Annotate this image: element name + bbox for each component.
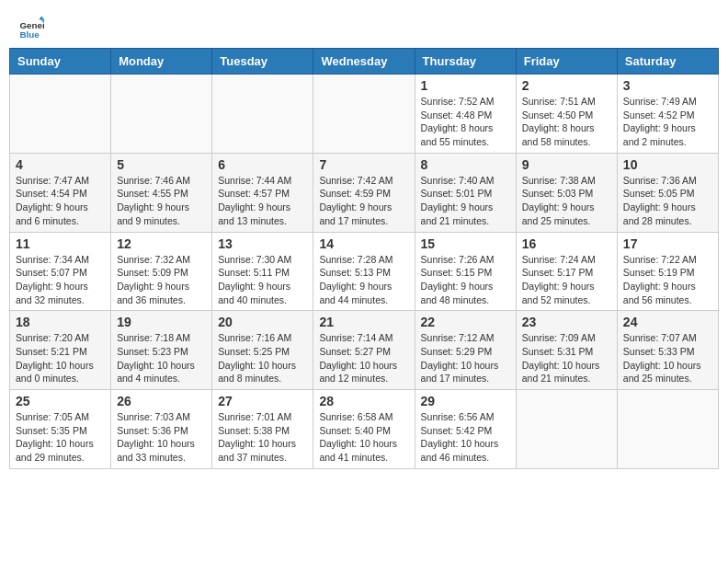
calendar-cell: 20Sunrise: 7:16 AM Sunset: 5:25 PM Dayli… <box>212 311 313 390</box>
calendar-cell <box>111 75 212 154</box>
calendar-cell: 5Sunrise: 7:46 AM Sunset: 4:55 PM Daylig… <box>111 153 212 232</box>
cell-info: Sunrise: 7:12 AM Sunset: 5:29 PM Dayligh… <box>421 331 510 385</box>
date-number: 29 <box>421 394 510 408</box>
date-number: 1 <box>421 78 510 93</box>
calendar-cell: 13Sunrise: 7:30 AM Sunset: 5:11 PM Dayli… <box>212 232 313 311</box>
date-number: 16 <box>522 236 611 251</box>
date-number: 17 <box>623 236 712 251</box>
weekday-header-monday: Monday <box>111 49 212 75</box>
calendar-cell: 17Sunrise: 7:22 AM Sunset: 5:19 PM Dayli… <box>617 232 718 311</box>
cell-info: Sunrise: 7:40 AM Sunset: 5:01 PM Dayligh… <box>421 174 510 228</box>
calendar-cell: 11Sunrise: 7:34 AM Sunset: 5:07 PM Dayli… <box>10 232 111 311</box>
calendar-cell: 4Sunrise: 7:47 AM Sunset: 4:54 PM Daylig… <box>10 153 111 232</box>
calendar-cell: 22Sunrise: 7:12 AM Sunset: 5:29 PM Dayli… <box>415 311 516 390</box>
calendar-cell: 12Sunrise: 7:32 AM Sunset: 5:09 PM Dayli… <box>111 232 212 311</box>
date-number: 20 <box>218 315 307 329</box>
weekday-header-row: SundayMondayTuesdayWednesdayThursdayFrid… <box>10 49 719 75</box>
cell-info: Sunrise: 7:18 AM Sunset: 5:23 PM Dayligh… <box>117 331 206 385</box>
calendar-cell: 7Sunrise: 7:42 AM Sunset: 4:59 PM Daylig… <box>313 153 415 232</box>
calendar-cell <box>212 75 313 154</box>
date-number: 5 <box>117 157 206 172</box>
calendar-week-row: 4Sunrise: 7:47 AM Sunset: 4:54 PM Daylig… <box>10 153 719 232</box>
cell-info: Sunrise: 7:32 AM Sunset: 5:09 PM Dayligh… <box>117 253 206 307</box>
calendar-header: SundayMondayTuesdayWednesdayThursdayFrid… <box>10 49 719 75</box>
date-number: 19 <box>117 315 206 329</box>
date-number: 27 <box>218 394 307 408</box>
cell-info: Sunrise: 7:03 AM Sunset: 5:36 PM Dayligh… <box>117 410 206 465</box>
header: General Blue <box>0 0 728 48</box>
calendar-cell: 2Sunrise: 7:51 AM Sunset: 4:50 PM Daylig… <box>516 75 617 154</box>
cell-info: Sunrise: 7:07 AM Sunset: 5:33 PM Dayligh… <box>623 331 712 385</box>
calendar-cell: 21Sunrise: 7:14 AM Sunset: 5:27 PM Dayli… <box>313 311 415 390</box>
cell-info: Sunrise: 7:51 AM Sunset: 4:50 PM Dayligh… <box>522 95 611 149</box>
calendar-week-row: 1Sunrise: 7:52 AM Sunset: 4:48 PM Daylig… <box>10 75 719 154</box>
calendar-cell: 27Sunrise: 7:01 AM Sunset: 5:38 PM Dayli… <box>212 390 313 469</box>
cell-info: Sunrise: 7:34 AM Sunset: 5:07 PM Dayligh… <box>16 253 105 307</box>
cell-info: Sunrise: 7:05 AM Sunset: 5:35 PM Dayligh… <box>16 410 105 465</box>
cell-info: Sunrise: 7:01 AM Sunset: 5:38 PM Dayligh… <box>218 410 307 465</box>
calendar-cell: 28Sunrise: 6:58 AM Sunset: 5:40 PM Dayli… <box>313 390 415 469</box>
weekday-header-friday: Friday <box>516 49 617 75</box>
logo-icon: General Blue <box>18 15 44 40</box>
cell-info: Sunrise: 7:52 AM Sunset: 4:48 PM Dayligh… <box>421 95 510 149</box>
date-number: 15 <box>421 236 510 251</box>
calendar-cell: 14Sunrise: 7:28 AM Sunset: 5:13 PM Dayli… <box>313 232 415 311</box>
cell-info: Sunrise: 7:22 AM Sunset: 5:19 PM Dayligh… <box>623 253 712 307</box>
weekday-header-thursday: Thursday <box>415 49 516 75</box>
calendar-cell: 26Sunrise: 7:03 AM Sunset: 5:36 PM Dayli… <box>111 390 212 469</box>
calendar-cell: 15Sunrise: 7:26 AM Sunset: 5:15 PM Dayli… <box>415 232 516 311</box>
date-number: 14 <box>319 236 408 251</box>
cell-info: Sunrise: 7:14 AM Sunset: 5:27 PM Dayligh… <box>319 331 408 385</box>
date-number: 9 <box>522 157 611 172</box>
date-number: 3 <box>623 78 712 93</box>
calendar-cell: 25Sunrise: 7:05 AM Sunset: 5:35 PM Dayli… <box>10 390 111 469</box>
cell-info: Sunrise: 7:24 AM Sunset: 5:17 PM Dayligh… <box>522 253 611 307</box>
date-number: 13 <box>218 236 307 251</box>
date-number: 23 <box>522 315 611 329</box>
date-number: 21 <box>319 315 408 329</box>
date-number: 24 <box>623 315 712 329</box>
cell-info: Sunrise: 7:47 AM Sunset: 4:54 PM Dayligh… <box>16 174 105 228</box>
weekday-header-sunday: Sunday <box>10 49 111 75</box>
calendar-cell: 9Sunrise: 7:38 AM Sunset: 5:03 PM Daylig… <box>516 153 617 232</box>
calendar-cell: 16Sunrise: 7:24 AM Sunset: 5:17 PM Dayli… <box>516 232 617 311</box>
calendar-cell: 8Sunrise: 7:40 AM Sunset: 5:01 PM Daylig… <box>415 153 516 232</box>
cell-info: Sunrise: 7:42 AM Sunset: 4:59 PM Dayligh… <box>319 174 408 228</box>
cell-info: Sunrise: 7:36 AM Sunset: 5:05 PM Dayligh… <box>623 174 712 228</box>
calendar-week-row: 11Sunrise: 7:34 AM Sunset: 5:07 PM Dayli… <box>10 232 719 311</box>
date-number: 7 <box>319 157 408 172</box>
calendar-table: SundayMondayTuesdayWednesdayThursdayFrid… <box>9 48 719 469</box>
calendar-cell <box>516 390 617 469</box>
calendar-cell: 18Sunrise: 7:20 AM Sunset: 5:21 PM Dayli… <box>10 311 111 390</box>
calendar-cell: 23Sunrise: 7:09 AM Sunset: 5:31 PM Dayli… <box>516 311 617 390</box>
calendar-cell <box>10 75 111 154</box>
weekday-header-wednesday: Wednesday <box>313 49 415 75</box>
calendar-body: 1Sunrise: 7:52 AM Sunset: 4:48 PM Daylig… <box>10 75 719 469</box>
date-number: 25 <box>16 394 105 408</box>
calendar-cell: 19Sunrise: 7:18 AM Sunset: 5:23 PM Dayli… <box>111 311 212 390</box>
calendar-cell: 24Sunrise: 7:07 AM Sunset: 5:33 PM Dayli… <box>617 311 718 390</box>
calendar-cell: 29Sunrise: 6:56 AM Sunset: 5:42 PM Dayli… <box>415 390 516 469</box>
weekday-header-tuesday: Tuesday <box>212 49 313 75</box>
cell-info: Sunrise: 7:28 AM Sunset: 5:13 PM Dayligh… <box>319 253 408 307</box>
cell-info: Sunrise: 6:56 AM Sunset: 5:42 PM Dayligh… <box>421 410 510 465</box>
cell-info: Sunrise: 7:30 AM Sunset: 5:11 PM Dayligh… <box>218 253 307 307</box>
date-number: 28 <box>319 394 408 408</box>
calendar-cell: 3Sunrise: 7:49 AM Sunset: 4:52 PM Daylig… <box>617 75 718 154</box>
date-number: 26 <box>117 394 206 408</box>
cell-info: Sunrise: 7:09 AM Sunset: 5:31 PM Dayligh… <box>522 331 611 385</box>
date-number: 22 <box>421 315 510 329</box>
date-number: 6 <box>218 157 307 172</box>
calendar-cell: 6Sunrise: 7:44 AM Sunset: 4:57 PM Daylig… <box>212 153 313 232</box>
cell-info: Sunrise: 7:26 AM Sunset: 5:15 PM Dayligh… <box>421 253 510 307</box>
cell-info: Sunrise: 7:20 AM Sunset: 5:21 PM Dayligh… <box>16 331 105 385</box>
weekday-header-saturday: Saturday <box>617 49 718 75</box>
date-number: 10 <box>623 157 712 172</box>
cell-info: Sunrise: 7:38 AM Sunset: 5:03 PM Dayligh… <box>522 174 611 228</box>
calendar-week-row: 25Sunrise: 7:05 AM Sunset: 5:35 PM Dayli… <box>10 390 719 469</box>
date-number: 11 <box>16 236 105 251</box>
cell-info: Sunrise: 7:46 AM Sunset: 4:55 PM Dayligh… <box>117 174 206 228</box>
cell-info: Sunrise: 6:58 AM Sunset: 5:40 PM Dayligh… <box>319 410 408 465</box>
date-number: 2 <box>522 78 611 93</box>
logo: General Blue <box>18 15 48 40</box>
